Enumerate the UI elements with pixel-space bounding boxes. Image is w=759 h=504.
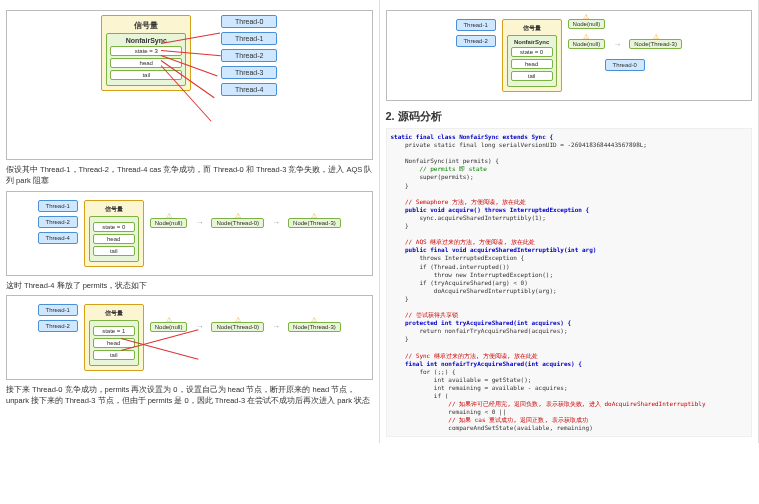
queue-node: Node(null) (568, 39, 606, 49)
thread-box: Thread-1 (38, 200, 78, 212)
thread-box: Thread-1 (221, 32, 277, 45)
sync-box: state = 0 head tail (89, 216, 139, 262)
thread-box: Thread-2 (456, 35, 496, 47)
semaphore-title: 信号量 (89, 205, 139, 214)
tail-field: tail (93, 350, 135, 360)
diagram-4: Thread-1 Thread-2 信号量 NonfairSync state … (386, 10, 753, 101)
diagram-1: 信号量 NonfairSync state = 3 head tail Thre… (6, 10, 373, 160)
semaphore-box: 信号量 NonfairSync state = 0 head tail (502, 19, 562, 92)
state-field: state = 0 (511, 47, 553, 57)
head-field: head (93, 234, 135, 244)
left-column: 信号量 NonfairSync state = 3 head tail Thre… (0, 0, 380, 443)
semaphore-box: 信号量 state = 0 head tail (84, 200, 144, 267)
thread-box: Thread-2 (38, 216, 78, 228)
section-heading: 2. 源码分析 (386, 109, 753, 124)
thread-box: Thread-2 (38, 320, 78, 332)
semaphore-box: 信号量 state = 1 head tail (84, 304, 144, 371)
queue-node-detached: Node(null) (568, 19, 606, 29)
arrow-icon (270, 218, 282, 227)
queue-node: Node(null) (150, 218, 188, 228)
tail-field: tail (511, 71, 553, 81)
node-chain: Node(null) Node(Thread-0) Node(Thread-3) (150, 322, 341, 332)
semaphore-title: 信号量 (507, 24, 557, 33)
sync-title: NonfairSync (511, 39, 553, 45)
queue-node: Node(Thread-3) (288, 218, 341, 228)
sync-box: state = 1 head tail (89, 320, 139, 366)
queue-node: Node(Thread-3) (629, 39, 682, 49)
diagram-3: Thread-1 Thread-2 信号量 state = 1 head tai… (6, 295, 373, 380)
thread-box: Thread-4 (221, 83, 277, 96)
paragraph-1: 假设其中 Thread-1，Thread-2，Thread-4 cas 竞争成功… (6, 164, 373, 187)
thread-list: Thread-1 Thread-2 Thread-4 (38, 200, 78, 244)
thread-box: Thread-0 (221, 15, 277, 28)
node-chain: Node(null) Node(Thread-3) (568, 39, 682, 49)
head-field: head (511, 59, 553, 69)
code-block: static final class NonfairSync extends S… (386, 128, 753, 437)
thread-box: Thread-3 (221, 66, 277, 79)
right-column: Thread-1 Thread-2 信号量 NonfairSync state … (380, 0, 760, 443)
arrow-icon (193, 218, 205, 227)
arrow-icon (611, 40, 623, 49)
semaphore-box: 信号量 NonfairSync state = 3 head tail (101, 15, 191, 91)
paragraph-3: 接下来 Thread-0 竞争成功，permits 再次设置为 0，设置自己为 … (6, 384, 373, 407)
tail-field: tail (93, 246, 135, 256)
thread-box: Thread-1 (38, 304, 78, 316)
state-field: state = 1 (93, 326, 135, 336)
state-field: state = 0 (93, 222, 135, 232)
semaphore-title: 信号量 (89, 309, 139, 318)
diagram-2: Thread-1 Thread-2 Thread-4 信号量 state = 0… (6, 191, 373, 276)
semaphore-title: 信号量 (106, 20, 186, 31)
thread-list: Thread-1 Thread-2 (456, 19, 496, 47)
thread-list: Thread-1 Thread-2 (38, 304, 78, 332)
thread-box: Thread-1 (456, 19, 496, 31)
arrow-icon (270, 322, 282, 331)
thread-box: Thread-2 (221, 49, 277, 62)
thread-box: Thread-0 (605, 59, 645, 71)
paragraph-2: 这时 Thread-4 释放了 permits，状态如下 (6, 280, 373, 291)
queue-node: Node(Thread-0) (211, 322, 264, 332)
sync-box: NonfairSync state = 0 head tail (507, 35, 557, 87)
queue-node: Node(Thread-3) (288, 322, 341, 332)
node-chain: Node(null) Node(Thread-0) Node(Thread-3) (150, 218, 341, 228)
thread-box: Thread-4 (38, 232, 78, 244)
thread-list: Thread-0 Thread-1 Thread-2 Thread-3 Thre… (221, 15, 277, 96)
queue-node: Node(null) (150, 322, 188, 332)
queue-node: Node(Thread-0) (211, 218, 264, 228)
